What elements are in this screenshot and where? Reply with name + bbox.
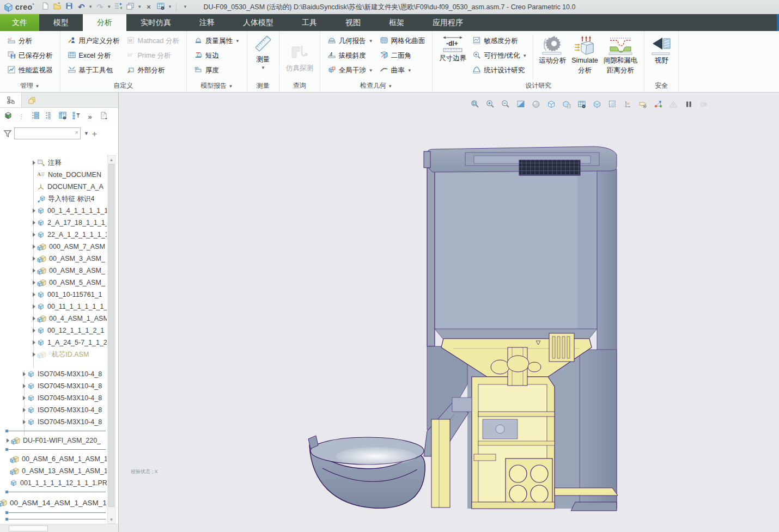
collapse-all-button[interactable] — [44, 111, 54, 123]
tab-tools[interactable]: 工具 — [288, 14, 331, 31]
tree-item[interactable]: 00_ASM_5_ASM_ — [0, 277, 107, 289]
tree-item[interactable]: 22_A_1_2_1_1_1_1 — [0, 229, 107, 241]
tree-item[interactable]: 0_ASM_13_ASM_1_ASM_1_A — [0, 465, 107, 477]
datum-display-button[interactable]: x/ — [621, 99, 634, 112]
expand-arrow-icon[interactable] — [21, 384, 27, 388]
tree-item[interactable]: 000_ASM_7_ASM — [0, 241, 107, 253]
windows-button[interactable] — [125, 1, 136, 13]
zoom-out-button[interactable] — [499, 99, 512, 112]
tab-file[interactable]: 文件 — [0, 14, 39, 31]
tab-live-simulation[interactable]: 实时仿真 — [126, 14, 185, 31]
statistical-design-study-button[interactable]: 统计设计研究 — [470, 63, 530, 78]
tree-item[interactable]: 001_1_1_1_1_12_1_1_1.PRT — [0, 477, 107, 489]
add-filter-icon[interactable]: + — [92, 129, 97, 138]
scroll-up-icon[interactable]: ▲ — [108, 156, 115, 163]
tree-item[interactable]: 00_12_1_1_1_2_1 — [0, 325, 107, 337]
tree-item[interactable]: 2_A_17_18_1_1_1_1 — [0, 217, 107, 229]
zoom-box-button[interactable] — [468, 99, 482, 112]
more-dots-button[interactable]: ⋮ — [17, 111, 27, 123]
model-tree-tab[interactable] — [0, 93, 22, 107]
expand-arrow-icon[interactable] — [31, 244, 37, 249]
external-analysis-button[interactable]: 外部分析 — [124, 63, 182, 78]
tree-item[interactable]: DOCUMENT_A_A — [0, 181, 107, 193]
tree-item[interactable]: 00_ASM_6_ASM_1_ASM_1_A — [0, 453, 107, 465]
sensitivity-analysis-button[interactable]: 敏感度分析 — [470, 34, 530, 48]
tree-item[interactable]: 00_1_4_1_1_1_1_1_1 — [0, 205, 107, 217]
group-label-inspect[interactable]: 检查几何 ▼ — [320, 81, 432, 90]
graphics-viewport[interactable]: x/ 校验状态 ; X — [119, 93, 779, 532]
mesh-surface-button[interactable]: 网格化曲面 — [377, 34, 428, 48]
section-button[interactable] — [606, 99, 619, 112]
redo-button[interactable]: ↷ — [94, 1, 105, 13]
clearance-creepage-button[interactable]: 间隙和漏电 距离分析 — [601, 34, 640, 79]
undo-button[interactable]: ↶ — [76, 1, 87, 13]
tree-item[interactable]: 1_A_24_5-7_1_1_2 — [0, 337, 107, 348]
dihedral-angle-button[interactable]: 二面角 — [377, 48, 428, 63]
global-interference-button[interactable]: 全局干涉 ▼ — [325, 63, 376, 78]
expand-arrow-icon[interactable] — [31, 280, 37, 285]
tab-model[interactable]: 模型 — [39, 14, 83, 31]
expand-arrow-icon[interactable] — [31, 233, 37, 237]
expand-arrow-icon[interactable] — [21, 420, 27, 424]
regenerate-button[interactable] — [113, 1, 124, 13]
perspective-button[interactable] — [591, 99, 604, 112]
expand-arrow-icon[interactable] — [31, 221, 37, 225]
mass-properties-button[interactable]: 质量属性 ▼ — [191, 34, 242, 48]
expand-all-button[interactable] — [31, 111, 40, 123]
hopper-lid[interactable] — [424, 146, 617, 175]
motion-analysis-button[interactable]: 运动分析 — [537, 34, 568, 79]
open-button[interactable] — [52, 1, 63, 13]
expand-arrow-icon[interactable] — [31, 352, 37, 357]
tab-annotate[interactable]: 注释 — [185, 14, 229, 31]
expand-arrow-icon[interactable] — [31, 340, 37, 345]
saved-analysis-button[interactable]: 已保存分析 — [4, 48, 56, 63]
display-style-button[interactable] — [545, 99, 558, 112]
view-manager-button[interactable] — [575, 99, 588, 112]
tab-view[interactable]: 视图 — [331, 14, 375, 31]
tree-filter-button[interactable] — [71, 111, 81, 123]
expand-arrow-icon[interactable] — [31, 268, 37, 273]
tab-manikin[interactable]: 人体模型 — [229, 14, 288, 31]
filter-caret-icon[interactable]: ▼ — [83, 131, 90, 136]
tree-item[interactable]: DU-F01-WIFI_ASM_220_ — [0, 435, 107, 447]
food-bowl[interactable] — [308, 436, 425, 508]
new-file-button[interactable] — [40, 1, 51, 13]
tree-item[interactable]: 00_ASM_14_ASM_1_ASM_1_ASM — [0, 496, 107, 510]
expand-arrow-icon[interactable] — [21, 396, 27, 400]
user-defined-analysis-button[interactable]: 用户定义分析 — [65, 34, 123, 48]
folder-browser-tab[interactable] — [22, 93, 44, 107]
performance-monitor-button[interactable]: 性能监视器 — [4, 63, 56, 78]
tree-item[interactable]: ISO7045-M3X10-4_8 — [0, 368, 107, 380]
feasibility-optimization-button[interactable]: 可行性/优化 ▼ — [470, 48, 530, 63]
scrollbar-thumb[interactable] — [9, 525, 48, 531]
expand-arrow-icon[interactable] — [31, 256, 37, 261]
tab-analysis[interactable]: 分析 — [83, 14, 126, 31]
tree-item[interactable]: 导入特征 标识4 — [0, 193, 107, 205]
undo-caret-icon[interactable]: ▼ — [88, 4, 93, 9]
analysis-button[interactable]: ×/分析 — [4, 34, 56, 48]
toolkit-based-button[interactable]: 基于工具包 — [65, 63, 123, 78]
chevrons-button[interactable]: » — [85, 111, 95, 123]
thickness-button[interactable]: 3D厚度 — [191, 63, 242, 78]
tree-vertical-scrollbar[interactable]: ▲ ▼ — [107, 155, 115, 524]
tree-item[interactable]: ISO7045-M3X10-4_8 — [0, 380, 107, 392]
expand-arrow-icon[interactable] — [31, 292, 37, 297]
capture-button[interactable] — [155, 1, 166, 13]
tree-columns-button[interactable] — [58, 111, 68, 123]
tree-item[interactable]: ISO7045-M3X10-4_8 — [0, 404, 107, 416]
tree-horizontal-scrollbar[interactable] — [0, 524, 118, 532]
expand-arrow-icon[interactable] — [21, 372, 27, 376]
curvature-button[interactable]: 曲率 ▼ — [377, 63, 428, 78]
tree-filter-input[interactable] — [15, 129, 69, 138]
zoom-in-button[interactable] — [484, 99, 497, 112]
shading-style-button[interactable] — [530, 99, 543, 112]
redo-caret-icon[interactable]: ▼ — [106, 4, 112, 9]
short-edge-button[interactable]: 短边 — [191, 48, 242, 63]
expand-arrow-icon[interactable] — [31, 209, 37, 213]
tree-item[interactable]: ISO7045-M3X10-4_8 — [0, 392, 107, 404]
saved-orientations-button[interactable] — [560, 99, 573, 112]
expand-arrow-icon[interactable] — [31, 328, 37, 333]
expand-arrow-icon[interactable] — [31, 316, 37, 321]
model-display-button[interactable] — [3, 111, 13, 123]
tab-framework[interactable]: 框架 — [375, 14, 418, 31]
